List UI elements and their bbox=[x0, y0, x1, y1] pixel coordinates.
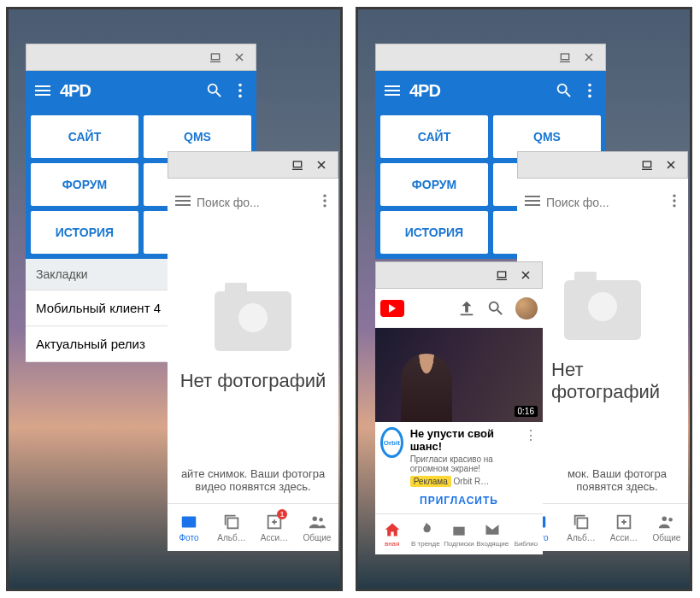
photos-search-bar[interactable]: Поиск фо... bbox=[168, 179, 338, 226]
nav-albums[interactable]: Альб… bbox=[210, 504, 253, 551]
invite-button[interactable]: ПРИГЛАСИТЬ bbox=[375, 491, 543, 513]
window-photos-titlebar[interactable] bbox=[168, 151, 338, 179]
yt-close-icon[interactable] bbox=[518, 267, 533, 283]
nav-label: Входящие bbox=[476, 540, 509, 548]
nav-assistant[interactable]: 1Асси… bbox=[253, 504, 296, 551]
search-icon[interactable] bbox=[555, 81, 574, 100]
empty-title: Нет фотографий bbox=[551, 359, 688, 403]
empty-subtitle: мок. Ваши фотогра появятся здесь. bbox=[517, 457, 688, 503]
nav-photos[interactable]: Фото bbox=[168, 504, 210, 551]
youtube-logo-icon[interactable] bbox=[380, 300, 404, 317]
photos-search-bar[interactable]: Поиск фо... bbox=[517, 179, 688, 226]
empty-title: Нет фотографий bbox=[180, 370, 326, 392]
nav-shared[interactable]: Общие bbox=[645, 504, 688, 551]
nav-home[interactable]: вная bbox=[375, 514, 409, 554]
svg-rect-42 bbox=[453, 527, 464, 536]
ad-meta: Реклама Orbit R… bbox=[410, 477, 517, 486]
4pda-topbar: 4PD bbox=[375, 71, 606, 110]
menu-icon[interactable] bbox=[522, 191, 543, 214]
more-icon[interactable] bbox=[231, 81, 250, 100]
grid-btn[interactable]: ФОРУМ bbox=[31, 163, 138, 206]
photos-close-icon[interactable] bbox=[663, 157, 679, 173]
window-4pda-titlebar[interactable] bbox=[26, 44, 256, 71]
nav-trending[interactable]: В тренде bbox=[409, 514, 442, 554]
window-photos-titlebar[interactable] bbox=[517, 151, 688, 179]
window-youtube-titlebar[interactable] bbox=[375, 261, 543, 289]
grid-btn[interactable]: САЙТ bbox=[380, 115, 488, 158]
grid-btn[interactable]: ИСТОРИЯ bbox=[380, 211, 488, 254]
window-photos: Поиск фо... Нет фотографий мок. Ваши фот… bbox=[517, 179, 688, 551]
video-thumbnail[interactable]: 0:16 bbox=[375, 328, 543, 422]
nav-label: Асси… bbox=[261, 533, 288, 542]
4pda-maximize-icon[interactable] bbox=[208, 50, 223, 65]
4pda-logo: 4PD bbox=[60, 81, 91, 101]
svg-point-5 bbox=[238, 89, 242, 92]
window-4pda-titlebar[interactable] bbox=[375, 44, 606, 71]
svg-point-23 bbox=[588, 84, 591, 87]
nav-label: Подписки bbox=[444, 540, 474, 548]
photos-close-icon[interactable] bbox=[314, 157, 329, 173]
ad-row[interactable]: Orbit Не упусти свой шанс! Пригласи крас… bbox=[375, 422, 543, 491]
nav-subscriptions[interactable]: Подписки bbox=[442, 514, 475, 554]
search-icon[interactable] bbox=[486, 299, 505, 318]
phone-right: 4PD САЙТ QMS ФОРУМ ИЗБРАН ИСТОРИЯ УПОМ П… bbox=[356, 7, 692, 591]
photos-empty-state: Нет фотографий bbox=[168, 226, 338, 457]
grid-btn[interactable]: ИСТОРИЯ bbox=[31, 211, 138, 254]
more-icon[interactable] bbox=[580, 81, 599, 100]
svg-rect-15 bbox=[227, 518, 238, 528]
4pda-close-icon[interactable] bbox=[232, 50, 247, 65]
avatar-icon[interactable] bbox=[515, 297, 538, 320]
svg-point-13 bbox=[323, 204, 326, 207]
ad-logo: Orbit bbox=[380, 427, 403, 458]
svg-point-25 bbox=[588, 95, 591, 98]
yt-maximize-icon[interactable] bbox=[494, 267, 509, 283]
svg-point-37 bbox=[668, 518, 673, 522]
svg-point-30 bbox=[673, 195, 675, 197]
svg-point-32 bbox=[673, 204, 675, 207]
menu-icon[interactable] bbox=[173, 191, 193, 214]
svg-point-36 bbox=[662, 517, 668, 522]
nav-label: В тренде bbox=[411, 540, 440, 548]
4pda-close-icon[interactable] bbox=[581, 50, 597, 65]
4pda-topbar: 4PD bbox=[26, 71, 256, 110]
photos-bottom-nav: Фото Альб… 1Асси… Общие bbox=[168, 503, 338, 551]
grid-btn[interactable]: САЙТ bbox=[31, 115, 138, 158]
menu-icon[interactable] bbox=[32, 80, 53, 101]
photos-maximize-icon[interactable] bbox=[290, 157, 305, 173]
more-icon[interactable] bbox=[666, 192, 683, 213]
svg-point-18 bbox=[319, 518, 323, 522]
nav-inbox[interactable]: Входящие bbox=[476, 514, 509, 554]
photos-maximize-icon[interactable] bbox=[639, 157, 655, 173]
nav-albums[interactable]: Альб… bbox=[560, 504, 603, 551]
search-placeholder[interactable]: Поиск фо... bbox=[546, 196, 662, 209]
svg-rect-7 bbox=[293, 161, 301, 167]
more-icon[interactable] bbox=[316, 192, 333, 213]
svg-rect-0 bbox=[211, 54, 219, 60]
svg-point-6 bbox=[238, 95, 242, 98]
nav-library[interactable]: Библио bbox=[509, 514, 543, 554]
nav-label: Альб… bbox=[567, 533, 595, 542]
upload-icon[interactable] bbox=[457, 299, 476, 318]
nav-assistant[interactable]: Асси… bbox=[603, 504, 645, 551]
nav-label: Асси… bbox=[610, 533, 638, 542]
4pda-logo: 4PD bbox=[409, 81, 440, 101]
search-icon[interactable] bbox=[205, 81, 224, 100]
window-photos: Поиск фо... Нет фотографий айте снимок. … bbox=[168, 179, 338, 551]
grid-btn[interactable]: ФОРУМ bbox=[380, 163, 488, 206]
search-placeholder[interactable]: Поиск фо... bbox=[197, 196, 313, 209]
nav-label: вная bbox=[385, 540, 399, 548]
menu-icon[interactable] bbox=[382, 80, 403, 101]
badge: 1 bbox=[277, 509, 287, 519]
svg-point-24 bbox=[588, 89, 591, 92]
youtube-bottom-nav: вная В тренде Подписки Входящие Библио bbox=[375, 513, 543, 554]
4pda-maximize-icon[interactable] bbox=[557, 50, 573, 65]
youtube-topbar bbox=[375, 289, 543, 328]
ad-description: Пригласи красиво на огромном экране! bbox=[410, 454, 517, 473]
more-icon[interactable]: ⋮ bbox=[524, 427, 538, 486]
svg-rect-34 bbox=[577, 518, 587, 528]
nav-shared[interactable]: Общие bbox=[296, 504, 338, 551]
svg-point-12 bbox=[323, 199, 326, 202]
svg-rect-26 bbox=[643, 161, 650, 167]
svg-rect-14 bbox=[182, 517, 197, 528]
photos-empty-state: Нет фотографий bbox=[517, 226, 688, 457]
